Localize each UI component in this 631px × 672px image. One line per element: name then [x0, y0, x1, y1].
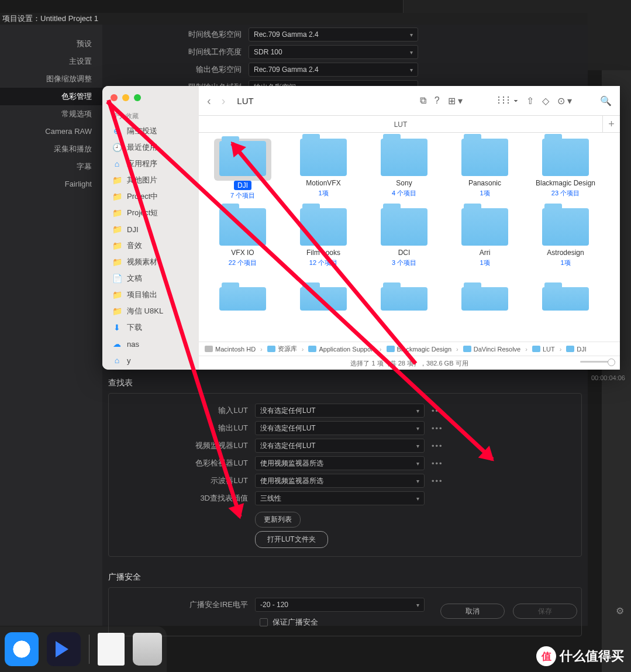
- folder-item[interactable]: Sony4 个项目: [364, 139, 444, 200]
- path-segment[interactable]: Blackmagic Design: [387, 346, 452, 353]
- sidebar-item-2[interactable]: 图像缩放调整: [0, 70, 102, 88]
- select-输出色彩空间[interactable]: Rec.709 Gamma 2.4▾: [249, 63, 418, 77]
- close-icon[interactable]: [111, 94, 118, 101]
- select-输入LUT[interactable]: 没有选定任何LUT▾: [255, 404, 425, 418]
- chevron-down-icon: ▾: [416, 602, 419, 608]
- path-segment[interactable]: DaVinci Resolve: [463, 346, 521, 353]
- folder-item[interactable]: [202, 275, 283, 313]
- finder-sidebar-item[interactable]: ⌂应用程序: [102, 156, 199, 172]
- cancel-button[interactable]: 取消: [440, 604, 505, 619]
- sidebar-item-5[interactable]: Camera RAW: [0, 123, 102, 140]
- folder-icon: [532, 346, 540, 352]
- forward-icon[interactable]: ›: [222, 94, 226, 108]
- finder-tab[interactable]: LUT: [199, 115, 602, 132]
- new-tab-button[interactable]: +: [602, 115, 620, 132]
- gear-icon[interactable]: ⚙: [616, 605, 624, 616]
- path-segment[interactable]: Application Support: [308, 346, 374, 353]
- sidebar-item-0[interactable]: 预设: [0, 35, 102, 53]
- folder-item[interactable]: Astrodesign1项: [525, 208, 606, 267]
- sidebar-item-6[interactable]: 采集和播放: [0, 140, 102, 158]
- sidebar-item-3[interactable]: 色彩管理: [0, 88, 102, 105]
- folder-icon: 📁: [112, 225, 122, 234]
- folder-item[interactable]: VFX IO22 个项目: [202, 208, 283, 267]
- broadcast-safe-checkbox[interactable]: [260, 618, 268, 626]
- finder-sidebar-item[interactable]: 📄文稿: [102, 270, 199, 287]
- chevron-down-icon: ▾: [416, 408, 419, 414]
- folder-item[interactable]: [444, 275, 525, 313]
- finder-sidebar-item[interactable]: ⌂y: [102, 352, 199, 368]
- broadcast-ire-label: 广播安全IRE电平: [109, 599, 255, 610]
- finder-tab-bar: LUT +: [199, 115, 620, 133]
- select-视频监视器LUT[interactable]: 没有选定任何LUT▾: [255, 439, 425, 453]
- select-时间线工作亮度[interactable]: SDR 100▾: [249, 45, 418, 59]
- chevron-down-icon: ▾: [416, 460, 419, 467]
- group-icon[interactable]: ᎒᎒᎒ ▾: [496, 95, 518, 106]
- dock-trash[interactable]: [133, 633, 162, 666]
- view-icon[interactable]: ⊞ ▾: [448, 95, 463, 106]
- chevron-down-icon: ▾: [410, 49, 413, 56]
- maximize-icon[interactable]: [134, 94, 141, 101]
- zoom-slider[interactable]: [580, 361, 615, 363]
- folder-item[interactable]: DCI3 个项目: [364, 208, 444, 267]
- folder-icon: [463, 346, 471, 352]
- select-示波器LUT[interactable]: 使用视频监视器所选▾: [255, 474, 425, 488]
- finder-sidebar-item[interactable]: 📁视频素材: [102, 254, 199, 270]
- window-controls: [102, 86, 199, 101]
- more-dots-icon[interactable]: •••: [432, 442, 443, 450]
- broadcast-ire-select[interactable]: -20 - 120▾: [255, 598, 425, 612]
- folder-icon: 📁: [112, 306, 122, 316]
- more-dots-icon[interactable]: •••: [432, 459, 443, 468]
- more-dots-icon[interactable]: •••: [432, 477, 443, 485]
- folder-icon: [205, 346, 213, 352]
- lut-section: 输入LUT没有选定任何LUT▾•••输出LUT没有选定任何LUT▾•••视频监视…: [108, 393, 582, 557]
- share-icon[interactable]: ⇧: [526, 95, 534, 106]
- dock-file[interactable]: [98, 633, 125, 666]
- path-segment[interactable]: LUT: [532, 346, 555, 353]
- dock: [0, 626, 167, 672]
- broadcast-section-header: 广播安全: [102, 564, 588, 587]
- folder-icon: ⌂: [112, 159, 122, 168]
- select-色彩检视器LUT[interactable]: 使用视频监视器所选▾: [255, 456, 425, 470]
- tag-icon[interactable]: ◇: [542, 95, 549, 106]
- select-输出LUT[interactable]: 没有选定任何LUT▾: [255, 421, 425, 435]
- finder-sidebar-item[interactable]: 📁Project短: [102, 205, 199, 221]
- folder-item[interactable]: Blackmagic Design23 个项目: [525, 139, 606, 200]
- chevron-down-icon: ▾: [416, 478, 419, 484]
- help-icon[interactable]: ?: [435, 95, 440, 106]
- folder-item[interactable]: [525, 275, 606, 313]
- sidebar-item-4[interactable]: 常规选项: [0, 105, 102, 123]
- open-lut-folder-button[interactable]: 打开LUT文件夹: [255, 531, 328, 548]
- new-folder-icon[interactable]: ⧉: [420, 95, 426, 106]
- settings-sidebar: 预设主设置图像缩放调整色彩管理常规选项Camera RAW采集和播放字幕Fair…: [0, 25, 102, 626]
- finder-sidebar-item[interactable]: 📁海信 U8KL: [102, 303, 199, 319]
- folder-item[interactable]: [364, 275, 444, 313]
- select-时间线色彩空间[interactable]: Rec.709 Gamma 2.4▾: [249, 27, 418, 42]
- select-3D查找表插值[interactable]: 三线性▾: [255, 491, 425, 505]
- folder-item[interactable]: Panasonic1项: [444, 139, 525, 200]
- sidebar-item-7[interactable]: 字幕: [0, 158, 102, 175]
- back-icon[interactable]: ‹: [207, 94, 211, 108]
- dock-app-safari[interactable]: [5, 632, 39, 666]
- folder-item[interactable]: [283, 275, 364, 313]
- save-button[interactable]: 保存: [513, 604, 577, 619]
- path-segment[interactable]: 资源库: [267, 344, 297, 353]
- finder-sidebar-item[interactable]: 📁Project中: [102, 188, 199, 205]
- path-segment[interactable]: DJI: [566, 346, 587, 353]
- sidebar-item-1[interactable]: 主设置: [0, 53, 102, 70]
- dock-app-player[interactable]: [47, 632, 81, 666]
- path-segment[interactable]: Macintosh HD: [205, 346, 256, 353]
- timecode: 00:00:04:06: [591, 374, 625, 381]
- minimize-icon[interactable]: [122, 94, 129, 101]
- folder-icon: 📁: [112, 290, 122, 299]
- finder-sidebar-item[interactable]: 📁项目输出: [102, 287, 199, 303]
- search-icon[interactable]: 🔍: [600, 95, 612, 106]
- more-dots-icon[interactable]: •••: [432, 424, 443, 433]
- folder-icon: 📁: [112, 241, 122, 250]
- settings-title-bar: 项目设置：Untitled Project 1: [0, 13, 588, 25]
- sidebar-item-8[interactable]: Fairlight: [0, 175, 102, 193]
- folder-item[interactable]: Arri1项: [444, 208, 525, 267]
- folder-item[interactable]: MotionVFX1项: [283, 139, 364, 200]
- more-icon[interactable]: ⊙ ▾: [557, 95, 572, 106]
- finder-title: LUT: [237, 96, 253, 106]
- update-list-button[interactable]: 更新列表: [255, 512, 301, 528]
